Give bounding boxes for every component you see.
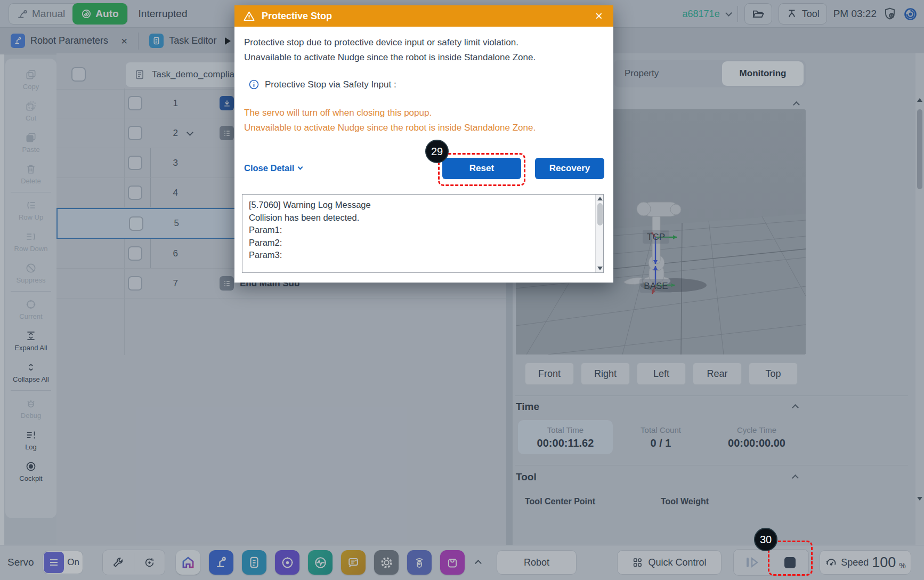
info-icon [248, 79, 260, 90]
log-line: [5.7060] Warning Log Message [249, 199, 589, 212]
dialog-warning-line1: The servo will turn off when closing thi… [244, 108, 432, 118]
log-line: Param1: [249, 224, 589, 237]
dialog-warning-line2: Unavailable to activate Nudge since the … [244, 123, 536, 133]
log-line: Collision has been detected. [249, 212, 589, 224]
close-detail-link[interactable]: Close Detail [244, 163, 302, 173]
log-scrollbar[interactable] [595, 195, 603, 272]
annotation-badge-30: 30 [754, 528, 777, 551]
annotation-box-reset [438, 153, 525, 186]
log-scroll-down-icon[interactable] [597, 267, 603, 270]
annotation-badge-29: 29 [425, 140, 449, 163]
close-detail-chevron-icon [298, 165, 303, 170]
safety-input-info-text: Protective Stop via Safety Input : [265, 79, 396, 90]
protective-stop-dialog: Protective Stop × Protective stop due to… [234, 5, 613, 283]
dialog-header: Protective Stop × [234, 5, 613, 27]
log-scrollbar-thumb[interactable] [597, 203, 603, 225]
recovery-button[interactable]: Recovery [535, 158, 604, 179]
dialog-close-icon[interactable]: × [595, 9, 603, 23]
log-line: Param3: [249, 249, 589, 262]
app-screen: Manual Auto Interrupted a68171e Tool PM … [0, 0, 924, 580]
safety-input-info-row: Protective Stop via Safety Input : [248, 79, 396, 90]
log-line: Param2: [249, 237, 589, 249]
error-log-box[interactable]: [5.7060] Warning Log Message Collision h… [242, 194, 604, 273]
dialog-message-line1: Protective stop due to protective device… [244, 37, 518, 48]
warning-triangle-icon [243, 10, 255, 22]
recovery-button-label: Recovery [549, 163, 590, 174]
log-scroll-up-icon[interactable] [597, 197, 603, 200]
dialog-title: Protective Stop [262, 11, 332, 22]
close-detail-label: Close Detail [244, 163, 294, 173]
dialog-message-line2: Unavailable to activate Nudge since the … [244, 52, 536, 63]
